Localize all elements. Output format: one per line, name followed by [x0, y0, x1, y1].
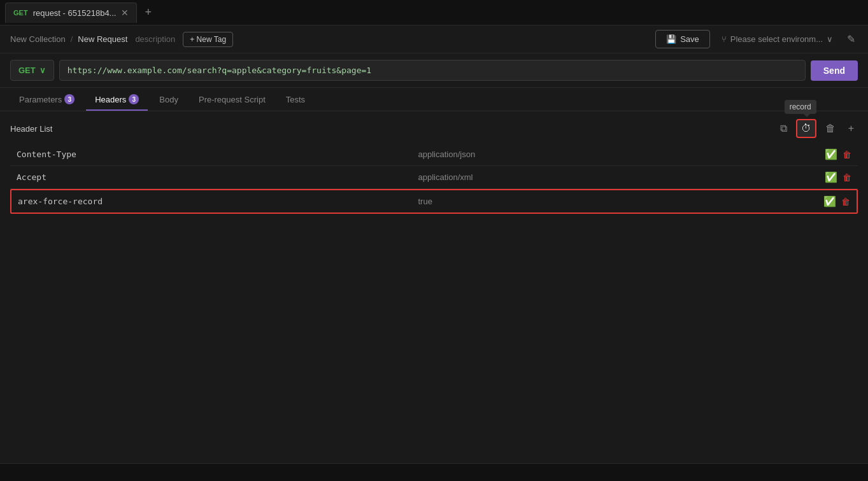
add-header-button[interactable]: + — [844, 120, 858, 137]
copy-icon: ⧉ — [780, 123, 787, 134]
bottom-bar — [0, 463, 868, 481]
tab-headers-label: Headers — [95, 95, 126, 104]
edit-icon[interactable]: ✎ — [844, 31, 858, 48]
tab-parameters-label: Parameters — [19, 95, 62, 104]
header-enabled-icon[interactable]: ✅ — [825, 148, 837, 160]
header-row-actions: ✅ 🗑 — [825, 171, 851, 183]
header-row-highlighted: arex-force-record true ✅ 🗑 — [10, 189, 858, 214]
tab-body[interactable]: Body — [150, 88, 187, 111]
tab-add-icon[interactable]: + — [139, 3, 157, 22]
header-row-actions: ✅ 🗑 — [823, 195, 850, 207]
env-branch-icon: ⑂ — [722, 34, 727, 44]
header-row: Accept application/xml ✅ 🗑 — [10, 166, 858, 189]
tab-parameters[interactable]: Parameters 3 — [10, 88, 83, 111]
tab-method-label: GET — [13, 9, 28, 17]
delete-all-headers-button[interactable]: 🗑 — [822, 120, 839, 137]
breadcrumb-collection[interactable]: New Collection — [10, 34, 66, 44]
method-selector[interactable]: GET ∨ — [10, 60, 54, 81]
tab-title: request - 6515218b4... — [33, 8, 117, 18]
tab-close-icon[interactable]: ✕ — [121, 8, 129, 17]
request-tabs: Parameters 3 Headers 3 Body Pre-request … — [0, 88, 868, 111]
header-value: application/json — [418, 150, 820, 159]
method-label: GET — [18, 66, 36, 75]
header-key: arex-force-record — [18, 197, 418, 206]
active-tab[interactable]: GET request - 6515218b4... ✕ — [5, 3, 137, 23]
tab-tests[interactable]: Tests — [277, 88, 314, 111]
header-enabled-icon[interactable]: ✅ — [825, 171, 837, 183]
plus-icon: + — [848, 123, 854, 134]
tab-pre-request-script[interactable]: Pre-request Script — [190, 88, 274, 111]
tab-body-label: Body — [159, 95, 178, 104]
record-button-wrapper: record ⏱ — [796, 119, 816, 138]
header-key: Content-Type — [17, 150, 418, 159]
tab-parameters-badge: 3 — [64, 94, 75, 104]
tab-headers-badge: 3 — [129, 94, 139, 104]
header-row: Content-Type application/json ✅ 🗑 — [10, 143, 858, 166]
header-delete-icon[interactable]: 🗑 — [843, 150, 851, 160]
breadcrumb-request[interactable]: New Request — [78, 34, 127, 44]
save-label: Save — [680, 34, 699, 44]
copy-headers-button[interactable]: ⧉ — [776, 120, 791, 137]
url-input[interactable] — [59, 60, 806, 81]
header-key: Accept — [17, 172, 418, 182]
tab-bar: GET request - 6515218b4... ✕ + — [0, 0, 868, 25]
breadcrumb-bar: New Collection / New Request description… — [0, 25, 868, 53]
record-button[interactable]: ⏱ — [796, 119, 816, 138]
header-value: application/xml — [418, 172, 820, 182]
history-icon: ⏱ — [801, 123, 811, 134]
header-actions: ⧉ record ⏱ 🗑 + — [776, 119, 858, 138]
header-list-label: Header List — [10, 124, 776, 134]
method-chevron-icon: ∨ — [39, 66, 46, 75]
new-tag-button[interactable]: + New Tag — [183, 32, 233, 47]
tab-pre-request-label: Pre-request Script — [199, 95, 266, 104]
header-row-actions: ✅ 🗑 — [825, 148, 851, 160]
save-icon: 💾 — [666, 34, 676, 44]
trash-icon: 🗑 — [825, 123, 836, 134]
header-delete-icon[interactable]: 🗑 — [841, 197, 850, 207]
env-chevron-icon: ∨ — [827, 34, 833, 44]
send-button[interactable]: Send — [811, 60, 858, 81]
breadcrumb-description: description — [135, 34, 175, 44]
url-bar: GET ∨ Send — [0, 53, 868, 88]
environment-selector[interactable]: ⑂ Please select environm... ∨ — [715, 32, 839, 46]
tab-headers[interactable]: Headers 3 — [86, 88, 148, 111]
tab-tests-label: Tests — [286, 95, 305, 104]
save-button[interactable]: 💾 Save — [655, 30, 710, 48]
breadcrumb-separator: / — [71, 34, 73, 44]
header-list-title-row: Header List ⧉ record ⏱ 🗑 + — [10, 119, 858, 138]
content-area: Header List ⧉ record ⏱ 🗑 + Cont — [0, 111, 868, 221]
header-delete-icon[interactable]: 🗑 — [843, 172, 851, 183]
env-label: Please select environm... — [730, 34, 823, 44]
header-value: true — [418, 197, 819, 206]
header-enabled-icon[interactable]: ✅ — [823, 195, 836, 207]
record-tooltip: record — [785, 100, 816, 114]
